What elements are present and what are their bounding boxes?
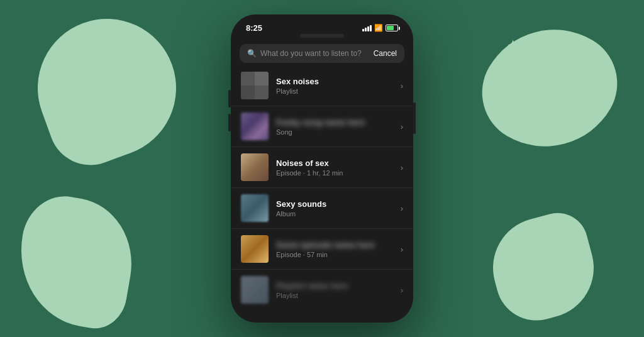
- chevron-right-icon: ›: [401, 204, 403, 213]
- result-thumbnail: [241, 276, 269, 304]
- list-item[interactable]: Funky song name here Song ›: [231, 106, 413, 147]
- result-thumbnail: [241, 235, 269, 263]
- search-bar[interactable]: 🔍 What do you want to listen to? Cancel: [240, 44, 404, 63]
- svg-rect-3: [255, 72, 269, 86]
- list-item[interactable]: Playlist name here Playlist ›: [231, 270, 413, 310]
- result-thumbnail: [241, 113, 269, 140]
- chevron-right-icon: ›: [401, 122, 403, 131]
- cancel-button[interactable]: Cancel: [374, 49, 397, 58]
- result-thumbnail: [241, 153, 269, 181]
- result-title: Sex noises: [276, 77, 396, 86]
- result-subtitle: Episode · 57 min: [276, 251, 396, 258]
- signal-icon: [362, 25, 372, 31]
- list-item[interactable]: Some episode name here Episode · 57 min …: [231, 229, 413, 270]
- phone-mockup: 8:25 📶: [231, 14, 413, 323]
- chevron-right-icon: ›: [401, 285, 403, 295]
- camera-pill: [300, 34, 344, 38]
- battery-icon: [386, 25, 398, 31]
- result-title: Funky song name here: [276, 118, 396, 127]
- result-subtitle: Playlist: [276, 87, 396, 95]
- result-subtitle: Playlist: [276, 292, 396, 299]
- search-results-list: Sex noises Playlist › Funky song name he…: [231, 65, 413, 323]
- result-subtitle: Album: [276, 210, 396, 218]
- result-title: Playlist name here: [276, 281, 396, 290]
- search-icon: 🔍: [247, 49, 257, 58]
- sparkle-icon-2: ✦: [520, 57, 528, 67]
- result-subtitle: Episode · 1 hr, 12 min: [276, 169, 396, 177]
- chevron-right-icon: ›: [401, 163, 403, 172]
- result-info: Some episode name here Episode · 57 min: [276, 240, 396, 258]
- bg-decoration-3: [464, 2, 635, 174]
- chevron-right-icon: ›: [401, 245, 403, 254]
- svg-rect-2: [255, 86, 269, 99]
- list-item[interactable]: Noises of sex Episode · 1 hr, 12 min ›: [231, 147, 413, 188]
- search-input[interactable]: What do you want to listen to?: [260, 49, 369, 58]
- svg-rect-1: [241, 72, 255, 86]
- result-thumbnail: [241, 194, 269, 222]
- wifi-icon: 📶: [374, 24, 383, 32]
- bg-decoration-1: [18, 0, 196, 177]
- result-info: Playlist name here Playlist: [276, 281, 396, 299]
- bg-decoration-2: [9, 190, 142, 333]
- status-time: 8:25: [246, 23, 262, 33]
- list-item[interactable]: Sex noises Playlist ›: [231, 65, 413, 106]
- chevron-right-icon: ›: [401, 81, 403, 91]
- sparkle-icon-1: ✦: [507, 38, 518, 54]
- list-item[interactable]: Sexy sounds Album ›: [231, 188, 413, 229]
- result-info: Sex noises Playlist: [276, 77, 396, 95]
- result-title: Some episode name here: [276, 240, 396, 250]
- camera-area: [231, 34, 413, 38]
- result-info: Sexy sounds Album: [276, 199, 396, 218]
- status-icons: 📶: [362, 24, 398, 32]
- result-info: Funky song name here Song: [276, 118, 396, 136]
- phone-screen: 8:25 📶: [231, 14, 413, 323]
- svg-rect-4: [241, 86, 255, 99]
- result-title: Sexy sounds: [276, 199, 396, 209]
- result-subtitle: Song: [276, 128, 396, 136]
- result-thumbnail: [241, 72, 269, 99]
- power-button: [413, 102, 416, 134]
- status-bar: 8:25 📶: [231, 14, 413, 36]
- result-title: Noises of sex: [276, 158, 396, 168]
- bg-decoration-4: [482, 206, 605, 329]
- result-info: Noises of sex Episode · 1 hr, 12 min: [276, 158, 396, 177]
